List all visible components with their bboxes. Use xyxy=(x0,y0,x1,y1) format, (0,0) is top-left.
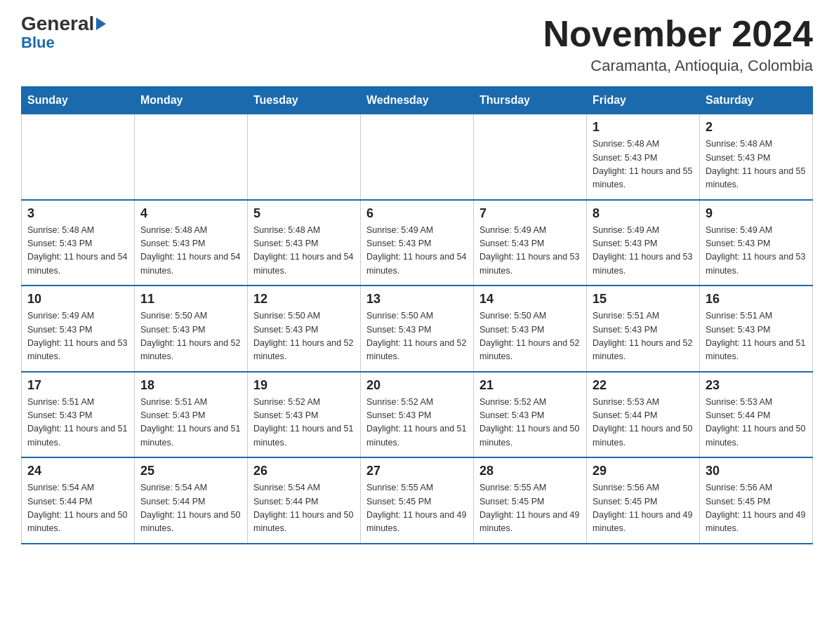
day-info: Sunrise: 5:55 AMSunset: 5:45 PMDaylight:… xyxy=(479,481,581,536)
day-info: Sunrise: 5:49 AMSunset: 5:43 PMDaylight:… xyxy=(706,224,807,279)
calendar-cell: 11Sunrise: 5:50 AMSunset: 5:43 PMDayligh… xyxy=(135,286,248,372)
header-sunday: Sunday xyxy=(22,87,135,114)
header-monday: Monday xyxy=(135,87,248,114)
day-number: 17 xyxy=(27,378,128,393)
day-info: Sunrise: 5:48 AMSunset: 5:43 PMDaylight:… xyxy=(27,224,128,279)
day-number: 20 xyxy=(366,378,468,393)
day-number: 29 xyxy=(593,464,694,478)
day-number: 4 xyxy=(140,206,241,221)
day-info: Sunrise: 5:49 AMSunset: 5:43 PMDaylight:… xyxy=(593,224,694,279)
day-info: Sunrise: 5:50 AMSunset: 5:43 PMDaylight:… xyxy=(253,309,355,364)
day-info: Sunrise: 5:53 AMSunset: 5:44 PMDaylight:… xyxy=(593,396,694,450)
day-number: 13 xyxy=(366,292,468,307)
day-info: Sunrise: 5:49 AMSunset: 5:43 PMDaylight:… xyxy=(366,224,468,279)
calendar-cell: 29Sunrise: 5:56 AMSunset: 5:45 PMDayligh… xyxy=(587,457,700,544)
day-number: 7 xyxy=(479,206,581,221)
logo-blue-text: Blue xyxy=(21,34,55,52)
day-info: Sunrise: 5:56 AMSunset: 5:45 PMDaylight:… xyxy=(706,481,807,536)
day-number: 25 xyxy=(140,464,241,478)
calendar-week-row: 1Sunrise: 5:48 AMSunset: 5:43 PMDaylight… xyxy=(22,114,813,200)
calendar-week-row: 17Sunrise: 5:51 AMSunset: 5:43 PMDayligh… xyxy=(22,372,813,458)
day-number: 2 xyxy=(706,120,807,135)
day-info: Sunrise: 5:56 AMSunset: 5:45 PMDaylight:… xyxy=(593,481,694,536)
day-number: 30 xyxy=(706,464,807,478)
calendar-cell xyxy=(135,114,248,200)
day-number: 27 xyxy=(366,464,468,478)
header-saturday: Saturday xyxy=(700,87,813,114)
header-tuesday: Tuesday xyxy=(248,87,361,114)
calendar-subtitle: Caramanta, Antioquia, Colombia xyxy=(543,57,813,75)
calendar-cell: 24Sunrise: 5:54 AMSunset: 5:44 PMDayligh… xyxy=(22,457,135,544)
calendar-cell: 6Sunrise: 5:49 AMSunset: 5:43 PMDaylight… xyxy=(361,200,474,286)
day-number: 21 xyxy=(479,378,581,393)
day-number: 24 xyxy=(27,464,128,478)
calendar-cell: 10Sunrise: 5:49 AMSunset: 5:43 PMDayligh… xyxy=(22,286,135,372)
logo-general-text: General xyxy=(21,14,106,34)
day-number: 26 xyxy=(253,464,355,478)
calendar-cell: 20Sunrise: 5:52 AMSunset: 5:43 PMDayligh… xyxy=(361,372,474,458)
day-info: Sunrise: 5:52 AMSunset: 5:43 PMDaylight:… xyxy=(366,396,468,450)
day-number: 1 xyxy=(593,120,694,135)
calendar-cell: 15Sunrise: 5:51 AMSunset: 5:43 PMDayligh… xyxy=(587,286,700,372)
day-number: 8 xyxy=(593,206,694,221)
page-header: General Blue November 2024 Caramanta, An… xyxy=(21,14,813,75)
calendar-cell: 26Sunrise: 5:54 AMSunset: 5:44 PMDayligh… xyxy=(248,457,361,544)
day-info: Sunrise: 5:52 AMSunset: 5:43 PMDaylight:… xyxy=(479,396,581,450)
day-info: Sunrise: 5:51 AMSunset: 5:43 PMDaylight:… xyxy=(593,309,694,364)
calendar-cell: 16Sunrise: 5:51 AMSunset: 5:43 PMDayligh… xyxy=(700,286,813,372)
day-info: Sunrise: 5:49 AMSunset: 5:43 PMDaylight:… xyxy=(479,224,581,279)
day-number: 9 xyxy=(706,206,807,221)
day-info: Sunrise: 5:48 AMSunset: 5:43 PMDaylight:… xyxy=(140,224,241,279)
calendar-week-row: 3Sunrise: 5:48 AMSunset: 5:43 PMDaylight… xyxy=(22,200,813,286)
day-info: Sunrise: 5:51 AMSunset: 5:43 PMDaylight:… xyxy=(27,396,128,450)
day-number: 12 xyxy=(253,292,355,307)
day-info: Sunrise: 5:50 AMSunset: 5:43 PMDaylight:… xyxy=(140,309,241,364)
day-info: Sunrise: 5:50 AMSunset: 5:43 PMDaylight:… xyxy=(366,309,468,364)
calendar-title: November 2024 xyxy=(543,14,813,54)
header-friday: Friday xyxy=(587,87,700,114)
calendar-cell: 12Sunrise: 5:50 AMSunset: 5:43 PMDayligh… xyxy=(248,286,361,372)
calendar-cell: 27Sunrise: 5:55 AMSunset: 5:45 PMDayligh… xyxy=(361,457,474,544)
day-number: 28 xyxy=(479,464,581,478)
calendar-cell: 21Sunrise: 5:52 AMSunset: 5:43 PMDayligh… xyxy=(474,372,587,458)
days-header-row: Sunday Monday Tuesday Wednesday Thursday… xyxy=(22,87,813,114)
header-wednesday: Wednesday xyxy=(361,87,474,114)
calendar-cell: 8Sunrise: 5:49 AMSunset: 5:43 PMDaylight… xyxy=(587,200,700,286)
calendar-cell xyxy=(361,114,474,200)
day-info: Sunrise: 5:54 AMSunset: 5:44 PMDaylight:… xyxy=(253,481,355,536)
day-number: 11 xyxy=(140,292,241,307)
day-number: 3 xyxy=(27,206,128,221)
calendar-cell: 28Sunrise: 5:55 AMSunset: 5:45 PMDayligh… xyxy=(474,457,587,544)
calendar-table: Sunday Monday Tuesday Wednesday Thursday… xyxy=(21,86,813,544)
logo: General Blue xyxy=(21,14,106,52)
day-info: Sunrise: 5:54 AMSunset: 5:44 PMDaylight:… xyxy=(27,481,128,536)
day-info: Sunrise: 5:51 AMSunset: 5:43 PMDaylight:… xyxy=(140,396,241,450)
calendar-cell: 14Sunrise: 5:50 AMSunset: 5:43 PMDayligh… xyxy=(474,286,587,372)
calendar-cell: 3Sunrise: 5:48 AMSunset: 5:43 PMDaylight… xyxy=(22,200,135,286)
calendar-cell: 5Sunrise: 5:48 AMSunset: 5:43 PMDaylight… xyxy=(248,200,361,286)
day-info: Sunrise: 5:55 AMSunset: 5:45 PMDaylight:… xyxy=(366,481,468,536)
calendar-cell: 2Sunrise: 5:48 AMSunset: 5:43 PMDaylight… xyxy=(700,114,813,200)
day-info: Sunrise: 5:54 AMSunset: 5:44 PMDaylight:… xyxy=(140,481,241,536)
day-number: 10 xyxy=(27,292,128,307)
calendar-cell: 22Sunrise: 5:53 AMSunset: 5:44 PMDayligh… xyxy=(587,372,700,458)
calendar-cell xyxy=(22,114,135,200)
calendar-cell: 18Sunrise: 5:51 AMSunset: 5:43 PMDayligh… xyxy=(135,372,248,458)
logo-arrow-icon xyxy=(96,18,106,30)
calendar-cell: 25Sunrise: 5:54 AMSunset: 5:44 PMDayligh… xyxy=(135,457,248,544)
calendar-cell: 7Sunrise: 5:49 AMSunset: 5:43 PMDaylight… xyxy=(474,200,587,286)
calendar-cell: 17Sunrise: 5:51 AMSunset: 5:43 PMDayligh… xyxy=(22,372,135,458)
calendar-week-row: 10Sunrise: 5:49 AMSunset: 5:43 PMDayligh… xyxy=(22,286,813,372)
day-info: Sunrise: 5:48 AMSunset: 5:43 PMDaylight:… xyxy=(706,137,807,192)
day-info: Sunrise: 5:51 AMSunset: 5:43 PMDaylight:… xyxy=(706,309,807,364)
day-number: 15 xyxy=(593,292,694,307)
calendar-cell: 13Sunrise: 5:50 AMSunset: 5:43 PMDayligh… xyxy=(361,286,474,372)
calendar-cell xyxy=(474,114,587,200)
calendar-cell: 19Sunrise: 5:52 AMSunset: 5:43 PMDayligh… xyxy=(248,372,361,458)
day-info: Sunrise: 5:48 AMSunset: 5:43 PMDaylight:… xyxy=(593,137,694,192)
day-number: 6 xyxy=(366,206,468,221)
calendar-cell: 23Sunrise: 5:53 AMSunset: 5:44 PMDayligh… xyxy=(700,372,813,458)
day-info: Sunrise: 5:48 AMSunset: 5:43 PMDaylight:… xyxy=(253,224,355,279)
day-info: Sunrise: 5:53 AMSunset: 5:44 PMDaylight:… xyxy=(706,396,807,450)
calendar-cell: 4Sunrise: 5:48 AMSunset: 5:43 PMDaylight… xyxy=(135,200,248,286)
